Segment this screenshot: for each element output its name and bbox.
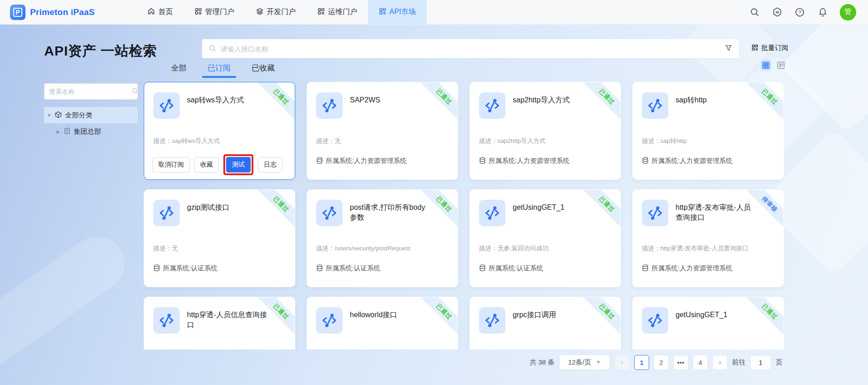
next-page-button[interactable]: › bbox=[712, 355, 727, 370]
api-card[interactable]: 待审核 http穿透-发布审批-人员查询接口 描述：http穿透-发布审批-人员… bbox=[632, 189, 784, 287]
api-card[interactable]: 已通过 getUsingGET_1 bbox=[632, 297, 784, 350]
brand-name: Primeton iPaaS bbox=[30, 7, 95, 17]
api-card-system: 所属系统:人力资源管理系统 bbox=[642, 157, 777, 165]
api-card-system: 所属系统:人力资源管理系统 bbox=[316, 157, 451, 165]
search-icon[interactable] bbox=[749, 7, 760, 18]
api-card-title: post请求,打印所有body参数 bbox=[350, 203, 431, 223]
api-card[interactable]: 已通过 grpc接口调用 bbox=[469, 297, 621, 350]
description-label: 描述： bbox=[642, 137, 661, 144]
api-card-actions: 取消订阅收藏测试日志 bbox=[152, 154, 290, 175]
batch-subscribe-label: 批量订阅 bbox=[761, 44, 788, 52]
system-value: 所属系统:人力资源管理系统 bbox=[326, 157, 407, 165]
svg-text:?: ? bbox=[798, 10, 801, 15]
tab-subscribed[interactable]: 已订阅 bbox=[207, 63, 231, 78]
card-action-button[interactable]: 日志 bbox=[258, 157, 283, 172]
api-card-description: 描述：http穿透-发布审批-人员查询接口 bbox=[642, 244, 774, 253]
description-label: 描述： bbox=[642, 245, 661, 252]
user-avatar[interactable]: 管 bbox=[840, 4, 856, 20]
description-label: 描述： bbox=[316, 137, 335, 144]
card-action-button[interactable]: 测试 bbox=[226, 157, 251, 172]
api-card[interactable]: 已通过 helloworld接口 bbox=[307, 297, 458, 350]
api-card[interactable]: 已通过 SAP2WS 描述：无 所属系统:人力资源管理系统 bbox=[307, 82, 458, 180]
system-value: 所属系统:认证系统 bbox=[163, 264, 217, 273]
card-action-button[interactable]: 收藏 bbox=[194, 157, 219, 172]
api-search-input[interactable] bbox=[221, 45, 725, 53]
help-icon[interactable]: ? bbox=[794, 7, 805, 18]
api-card-description: 描述：无参,返回访问成功 bbox=[479, 244, 611, 253]
api-card-title: sap转http bbox=[676, 95, 757, 105]
highlight-annotation: 测试 bbox=[223, 154, 253, 175]
api-card-title: sap转ws导入方式 bbox=[187, 95, 268, 105]
nav-item-admin-portal[interactable]: 管理门户 bbox=[184, 0, 245, 24]
api-icon bbox=[642, 200, 668, 226]
caret-right-icon[interactable]: ▶ bbox=[56, 129, 61, 134]
api-icon bbox=[153, 92, 180, 119]
api-card[interactable]: 已通过 post请求,打印所有body参数 描述：/users/security… bbox=[307, 189, 458, 287]
caret-down-icon[interactable]: ▼ bbox=[47, 113, 51, 118]
nav-item-label: 运维门户 bbox=[328, 7, 357, 17]
goto-page-input[interactable] bbox=[750, 355, 771, 370]
page-ellipsis[interactable]: ••• bbox=[673, 355, 688, 370]
brand-logo-icon: P bbox=[10, 5, 25, 20]
ai-icon[interactable]: AI bbox=[772, 7, 782, 18]
api-card-title: getUsingGET_1 bbox=[513, 203, 594, 213]
bell-icon[interactable] bbox=[817, 7, 828, 18]
nav-item-ops-portal[interactable]: 运维门户 bbox=[307, 0, 368, 24]
page-title: API资产 一站检索 bbox=[44, 42, 157, 61]
api-card-title: helloworld接口 bbox=[350, 310, 431, 320]
description-value: sap转ws导入方式 bbox=[172, 137, 220, 144]
api-card[interactable]: 已通过 gzip测试接口 描述：无 所属系统:认证系统 bbox=[144, 189, 295, 287]
nav-item-dev-portal[interactable]: 开发门户 bbox=[245, 0, 307, 24]
api-card-title: SAP2WS bbox=[350, 95, 431, 105]
system-value: 所属系统:人力资源管理系统 bbox=[489, 157, 570, 165]
grid-icon bbox=[195, 8, 202, 17]
api-card[interactable]: 已通过 http穿透-人员信息查询接口 bbox=[144, 297, 295, 350]
pagination-bar: 共 38 条 12条/页 ▼ ‹ 1 2 ••• 4 › 前往 页 bbox=[530, 355, 782, 370]
page-size-select[interactable]: 12条/页 ▼ bbox=[559, 355, 610, 370]
nav-item-home[interactable]: 首页 bbox=[136, 0, 184, 24]
api-card-description: 描述：无 bbox=[316, 137, 449, 145]
main-nav: 首页 管理门户 开发门户 运维门户 API市场 bbox=[136, 0, 427, 24]
tree-item-all-categories[interactable]: ▼ 全部分类 bbox=[44, 107, 138, 123]
api-card-description: 描述：/users/security/postRequest bbox=[316, 244, 449, 253]
grid-view-icon[interactable] bbox=[760, 60, 772, 71]
api-card-title: sap2http导入方式 bbox=[513, 95, 594, 105]
description-label: 描述： bbox=[316, 245, 335, 252]
page-button-1[interactable]: 1 bbox=[634, 355, 649, 370]
api-card-system: 所属系统:人力资源管理系统 bbox=[642, 264, 777, 273]
description-label: 描述： bbox=[479, 245, 498, 252]
batch-subscribe-button[interactable]: 批量订阅 bbox=[752, 44, 788, 52]
category-tree: ▼ 全部分类 ▶ 集团总部 bbox=[44, 107, 138, 140]
sidebar-search-input[interactable] bbox=[49, 88, 131, 95]
home-icon bbox=[147, 7, 155, 17]
sidebar-search bbox=[44, 83, 138, 100]
api-icon bbox=[316, 200, 343, 226]
list-view-icon[interactable] bbox=[775, 60, 787, 71]
tab-all[interactable]: 全部 bbox=[171, 63, 187, 78]
tree-item-label: 全部分类 bbox=[65, 111, 92, 120]
filter-icon[interactable] bbox=[725, 44, 732, 54]
api-card[interactable]: 已通过 getUsingGET_1 描述：无参,返回访问成功 所属系统:认证系统 bbox=[469, 189, 621, 287]
api-card[interactable]: 已通过 sap2http导入方式 描述：sap2http导入方式 所属系统:人力… bbox=[469, 82, 621, 180]
card-action-button[interactable]: 取消订阅 bbox=[152, 157, 190, 172]
api-card-description: 描述：sap2http导入方式 bbox=[479, 137, 611, 145]
api-card[interactable]: 已通过 sap转http 描述：sap转http 所属系统:人力资源管理系统 bbox=[632, 82, 784, 180]
page-size-value: 12条/页 bbox=[568, 358, 591, 367]
description-value: /users/security/postRequest bbox=[335, 245, 411, 252]
api-card[interactable]: 已通过 sap转ws导入方式 描述：sap转ws导入方式 取消订阅收藏测试日志 bbox=[144, 82, 295, 180]
page-button-2[interactable]: 2 bbox=[654, 355, 669, 370]
goto-suffix: 页 bbox=[776, 358, 782, 367]
api-card-description: 描述：sap转http bbox=[642, 137, 774, 145]
brand[interactable]: P Primeton iPaaS bbox=[0, 0, 136, 24]
api-card-system: 所属系统:认证系统 bbox=[316, 264, 451, 273]
api-search-bar bbox=[202, 39, 739, 58]
nav-item-api-market[interactable]: API市场 bbox=[368, 0, 427, 24]
tree-item-group-hq[interactable]: ▶ 集团总部 bbox=[44, 123, 138, 140]
api-icon bbox=[642, 92, 668, 119]
page-button-4[interactable]: 4 bbox=[693, 355, 708, 370]
prev-page-button[interactable]: ‹ bbox=[615, 355, 630, 370]
document-icon bbox=[64, 127, 71, 136]
navbar-tools: AI ? 管 bbox=[749, 0, 868, 24]
tab-favorited[interactable]: 已收藏 bbox=[252, 63, 275, 78]
api-card-title: grpc接口调用 bbox=[513, 310, 594, 320]
